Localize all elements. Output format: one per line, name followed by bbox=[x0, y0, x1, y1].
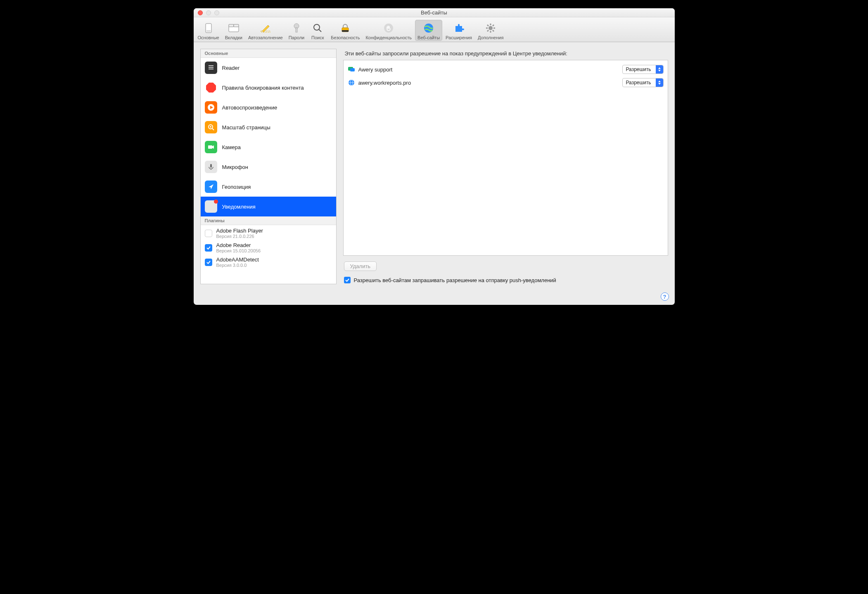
delete-button[interactable]: Удалить bbox=[344, 261, 377, 271]
toolbar-passwords[interactable]: Пароли bbox=[286, 20, 307, 41]
toolbar-label: Веб-сайты bbox=[417, 35, 440, 40]
sidebar-item-content-blockers[interactable]: Правила блокирования контента bbox=[201, 78, 336, 97]
permission-value: Разрешить bbox=[626, 67, 651, 72]
hand-icon bbox=[382, 21, 395, 35]
titlebar[interactable]: Веб-сайты bbox=[194, 8, 675, 17]
toolbar-label: Конфиденциальность bbox=[365, 35, 412, 40]
search-icon bbox=[311, 21, 324, 35]
svg-rect-35 bbox=[210, 164, 212, 168]
plugin-checkbox[interactable] bbox=[205, 244, 212, 252]
plugin-version: Версия 15.010.20056 bbox=[216, 248, 261, 253]
sidebar-item-label: Масштаб страницы bbox=[222, 124, 270, 131]
sidebar-item-autoplay[interactable]: Автовоспроизведение bbox=[201, 97, 336, 117]
sidebar-item-label: Правила блокирования контента bbox=[222, 85, 304, 91]
toolbar-security[interactable]: Безопасность bbox=[328, 20, 362, 41]
main-heading: Эти веб-сайты запросили разрешение на по… bbox=[345, 50, 666, 57]
svg-marker-26 bbox=[206, 83, 216, 93]
plugin-version: Версия 3.0.0.0 bbox=[216, 263, 259, 268]
toolbar-extensions[interactable]: Расширения bbox=[443, 20, 474, 41]
plugin-version: Версия 21.0.0.226 bbox=[216, 234, 263, 239]
sidebar-item-microphone[interactable]: Микрофон bbox=[201, 157, 336, 177]
gear-icon bbox=[484, 21, 497, 35]
svg-line-21 bbox=[487, 30, 489, 31]
toolbar-label: Пароли bbox=[289, 35, 305, 40]
help-area: ? bbox=[194, 291, 675, 305]
globe-small-icon bbox=[348, 79, 355, 86]
sidebar-section-general: Основные bbox=[201, 49, 336, 58]
sidebar-item-label: Reader bbox=[222, 65, 240, 71]
toolbar-advanced[interactable]: Дополнения bbox=[475, 20, 506, 41]
svg-marker-34 bbox=[212, 145, 214, 149]
toolbar-label: Безопасность bbox=[331, 35, 360, 40]
toolbar: Основные Вкладки Автозаполнение Пароли П… bbox=[194, 17, 675, 42]
svg-point-14 bbox=[489, 26, 493, 30]
chat-icon bbox=[348, 66, 355, 73]
site-row[interactable]: awery.workreports.pro Разрешить bbox=[347, 76, 664, 89]
plugin-row[interactable]: Adobe Flash Player Версия 21.0.0.226 bbox=[201, 225, 336, 240]
toolbar-label: Дополнения bbox=[478, 35, 503, 40]
main-panel: Эти веб-сайты запросили разрешение на по… bbox=[343, 49, 668, 284]
svg-line-20 bbox=[493, 30, 494, 31]
content-area: Основные Reader Правила блокирования кон… bbox=[194, 42, 675, 291]
site-row[interactable]: Awery support Разрешить bbox=[347, 63, 664, 76]
reader-icon bbox=[205, 62, 217, 74]
toolbar-autofill[interactable]: Автозаполнение bbox=[246, 20, 285, 41]
zoom-icon bbox=[205, 121, 217, 133]
toolbar-label: Поиск bbox=[311, 35, 324, 40]
site-name: awery.workreports.pro bbox=[358, 80, 619, 86]
sidebar-item-notifications[interactable]: Уведомления bbox=[201, 197, 336, 216]
general-icon bbox=[202, 21, 215, 35]
sidebar-item-zoom[interactable]: Масштаб страницы bbox=[201, 117, 336, 137]
toolbar-websites[interactable]: Веб-сайты bbox=[415, 20, 442, 41]
allow-push-row[interactable]: Разрешить веб-сайтам запрашивать разреше… bbox=[344, 277, 667, 283]
sidebar-item-label: Микрофон bbox=[222, 164, 248, 170]
globe-icon bbox=[422, 21, 435, 35]
toolbar-label: Основные bbox=[198, 35, 219, 40]
help-button[interactable]: ? bbox=[661, 292, 669, 301]
notification-icon bbox=[205, 200, 217, 213]
sidebar-item-location[interactable]: Геопозиция bbox=[201, 177, 336, 197]
svg-line-19 bbox=[487, 25, 489, 26]
plugin-checkbox[interactable] bbox=[205, 259, 212, 266]
svg-rect-3 bbox=[229, 24, 234, 27]
sidebar-item-label: Камера bbox=[222, 144, 241, 150]
svg-line-9 bbox=[319, 29, 321, 32]
stop-icon bbox=[205, 81, 217, 94]
svg-point-8 bbox=[314, 24, 320, 30]
permission-select[interactable]: Разрешить bbox=[622, 78, 664, 87]
toolbar-label: Автозаполнение bbox=[248, 35, 283, 40]
svg-rect-11 bbox=[342, 30, 349, 32]
location-icon bbox=[205, 181, 217, 193]
toolbar-label: Расширения bbox=[446, 35, 472, 40]
microphone-icon bbox=[205, 161, 217, 173]
preferences-window: Веб-сайты Основные Вкладки Автозаполнени… bbox=[194, 8, 675, 305]
sidebar-item-camera[interactable]: Камера bbox=[201, 137, 336, 157]
svg-rect-7 bbox=[296, 28, 297, 32]
toolbar-search[interactable]: Поиск bbox=[308, 20, 327, 41]
toolbar-tabs[interactable]: Вкладки bbox=[223, 20, 245, 41]
permission-select[interactable]: Разрешить bbox=[622, 65, 664, 74]
select-arrows-icon bbox=[656, 65, 663, 74]
puzzle-icon bbox=[452, 21, 465, 35]
pencil-icon bbox=[259, 21, 272, 35]
toolbar-privacy[interactable]: Конфиденциальность bbox=[363, 20, 414, 41]
plugin-checkbox[interactable] bbox=[205, 230, 212, 237]
sidebar-item-label: Уведомления bbox=[222, 204, 256, 210]
allow-push-label: Разрешить веб-сайтам запрашивать разреше… bbox=[354, 277, 556, 283]
plugin-list: Adobe Flash Player Версия 21.0.0.226 Ado… bbox=[201, 225, 336, 284]
allow-push-checkbox[interactable] bbox=[344, 277, 351, 283]
select-arrows-icon bbox=[656, 78, 663, 87]
svg-marker-37 bbox=[209, 184, 213, 189]
svg-line-22 bbox=[493, 25, 494, 26]
plugin-name: AdobeAAMDetect bbox=[216, 257, 259, 263]
plugin-row[interactable]: AdobeAAMDetect Версия 3.0.0.0 bbox=[201, 254, 336, 268]
lock-icon bbox=[339, 21, 352, 35]
sidebar-item-reader[interactable]: Reader bbox=[201, 58, 336, 78]
plugin-row[interactable]: Adobe Reader Версия 15.010.20056 bbox=[201, 240, 336, 254]
camera-icon bbox=[205, 141, 217, 153]
tabs-icon bbox=[227, 21, 240, 35]
toolbar-general[interactable]: Основные bbox=[195, 20, 222, 41]
window-title: Веб-сайты bbox=[194, 10, 675, 16]
sidebar: Основные Reader Правила блокирования кон… bbox=[200, 49, 337, 284]
site-list: Awery support Разрешить awery.workreport… bbox=[343, 60, 668, 256]
